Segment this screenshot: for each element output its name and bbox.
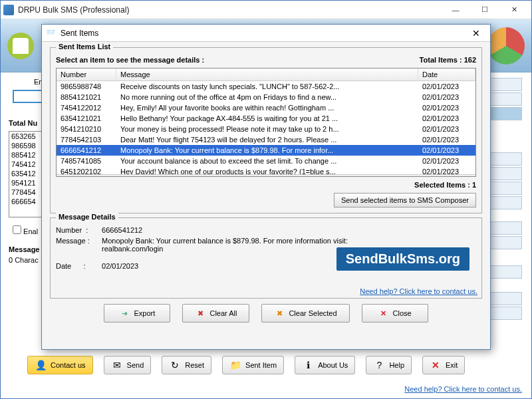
- date-label: Date :: [56, 262, 100, 270]
- cell-message: Hey David! Which one of our products is …: [116, 166, 418, 174]
- horizontal-scrollbar[interactable]: ◄►: [57, 174, 475, 177]
- table-row[interactable]: 6354121021Hello Bethany! Your package AX…: [57, 113, 475, 124]
- instruction-row: Select an item to see the message detail…: [56, 56, 476, 64]
- android-icon: [7, 33, 34, 59]
- selected-count: Selected Items : 1: [414, 181, 476, 189]
- dialog-button-row: ➜Export ✖Clear All ✖Clear Selected ✕Clos…: [50, 304, 482, 323]
- app-title: DRPU Bulk SMS (Professional): [18, 5, 441, 15]
- message-label: Message: [9, 245, 39, 253]
- close-window-button[interactable]: ✕: [499, 1, 529, 19]
- clear-all-label: Clear All: [209, 309, 237, 317]
- cell-message: Dear Matt! Your flight 754123 will be de…: [116, 134, 418, 145]
- clear-selected-label: Clear Selected: [289, 309, 336, 317]
- cell-message: Hey, Emily! All your favorite books are …: [116, 102, 418, 113]
- group-title: Sent Items List: [56, 43, 113, 51]
- close-icon: ✕: [378, 308, 389, 319]
- clear-all-button[interactable]: ✖Clear All: [182, 304, 249, 323]
- message-value: Monopoly Bank: Your current balance is $…: [102, 237, 354, 253]
- table-body[interactable]: 9865988748Receive discounts on tasty lun…: [57, 81, 475, 174]
- cell-number: 7784542103: [57, 134, 116, 145]
- table-row[interactable]: 9541210210Your money is being processed!…: [57, 124, 475, 134]
- main-titlebar: DRPU Bulk SMS (Professional) — ☐ ✕: [1, 1, 531, 19]
- cell-date: 02/01/2023: [418, 124, 475, 134]
- about-label: About Us: [318, 361, 348, 369]
- cell-date: 02/01/2023: [418, 166, 475, 174]
- header-date[interactable]: Date: [418, 68, 475, 80]
- cell-date: 02/01/2023: [418, 145, 475, 156]
- clear-selected-icon: ✖: [274, 308, 285, 319]
- cell-number: 6451202102: [57, 166, 116, 174]
- folder-icon: 📁: [229, 359, 241, 371]
- cell-number: 7454122012: [57, 102, 116, 113]
- cell-date: 02/01/2023: [418, 102, 475, 113]
- reset-button[interactable]: ↻Reset: [162, 356, 211, 374]
- close-label: Close: [393, 309, 412, 317]
- maximize-button[interactable]: ☐: [470, 1, 499, 19]
- total-items: Total Items : 162: [420, 56, 476, 64]
- cell-number: 7485741085: [57, 156, 116, 166]
- cell-message: Receive discounts on tasty lunch special…: [116, 81, 418, 92]
- contact-us-button[interactable]: 👤Contact us: [27, 356, 93, 374]
- dialog-titlebar: 📨 Sent Items ✕: [42, 25, 490, 42]
- minimize-button[interactable]: —: [441, 1, 470, 19]
- header-message[interactable]: Message: [116, 68, 418, 80]
- pie-chart-icon: [487, 27, 525, 65]
- sent-items-dialog: 📨 Sent Items ✕ Sent Items List Select an…: [41, 24, 491, 350]
- sent-item-button[interactable]: 📁Sent Item: [222, 356, 284, 374]
- app-icon: [3, 5, 14, 15]
- export-button[interactable]: ➜Export: [104, 304, 170, 323]
- number-label: Number :: [56, 226, 100, 234]
- dialog-body: Sent Items List Select an item to see th…: [42, 42, 490, 328]
- bottom-toolbar: 👤Contact us ✉Send ↻Reset 📁Sent Item ℹAbo…: [1, 352, 531, 378]
- sent-items-table[interactable]: Number Message Date 9865988748Receive di…: [56, 68, 476, 177]
- selection-row: Selected Items : 1: [56, 181, 476, 189]
- table-header: Number Message Date: [57, 68, 475, 81]
- char-count: 0 Charac: [9, 256, 39, 264]
- send-button[interactable]: ✉Send: [104, 356, 152, 374]
- clear-selected-button[interactable]: ✖Clear Selected: [261, 304, 349, 323]
- envelope-icon: ✉: [111, 359, 123, 371]
- cell-message: No more running out of the office at 4pm…: [116, 92, 418, 102]
- refresh-icon: ↻: [169, 359, 181, 371]
- detail-number-row: Number : 6666541212: [56, 226, 476, 234]
- table-row[interactable]: 9865988748Receive discounts on tasty lun…: [57, 81, 475, 92]
- table-row[interactable]: 8854121021No more running out of the off…: [57, 92, 475, 102]
- send-to-composer-button[interactable]: Send selected items to SMS Composer: [334, 193, 476, 207]
- about-us-button[interactable]: ℹAbout Us: [295, 356, 355, 374]
- details-help-link[interactable]: Need help? Click here to contact us.: [360, 287, 477, 295]
- compose-row: Send selected items to SMS Composer: [56, 193, 476, 207]
- exit-button[interactable]: ✕Exit: [422, 356, 465, 374]
- watermark: SendBulkSms.org: [336, 247, 469, 271]
- table-row[interactable]: 6451202102Hey David! Which one of our pr…: [57, 166, 475, 174]
- cell-date: 02/01/2023: [418, 134, 475, 145]
- close-button[interactable]: ✕Close: [362, 304, 428, 323]
- export-label: Export: [134, 309, 156, 317]
- dialog-icon: 📨: [46, 28, 57, 39]
- instruction-text: Select an item to see the message detail…: [56, 56, 204, 64]
- message-details-group: Message Details Number : 6666541212 Mess…: [50, 217, 482, 299]
- cell-date: 02/01/2023: [418, 113, 475, 124]
- header-number[interactable]: Number: [57, 68, 116, 80]
- message-label: Message :: [56, 237, 100, 245]
- table-row[interactable]: 7454122012Hey, Emily! All your favorite …: [57, 102, 475, 113]
- help-label: Help: [389, 361, 404, 369]
- reset-label: Reset: [185, 361, 204, 369]
- enable-checkbox[interactable]: Enal: [13, 225, 38, 235]
- help-button[interactable]: ?Help: [366, 356, 412, 374]
- cell-number: 8854121021: [57, 92, 116, 102]
- exit-label: Exit: [446, 361, 458, 369]
- exit-icon: ✕: [430, 359, 442, 371]
- number-value: 6666541212: [102, 226, 142, 234]
- help-link[interactable]: Need help? Click here to contact us.: [404, 385, 522, 393]
- sent-item-label: Sent Item: [245, 361, 277, 369]
- help-icon: ?: [373, 359, 385, 371]
- table-row[interactable]: 7784542103Dear Matt! Your flight 754123 …: [57, 134, 475, 145]
- table-row[interactable]: 6666541212Monopoly Bank: Your current ba…: [57, 145, 475, 156]
- cell-message: Monopoly Bank: Your current balance is $…: [116, 145, 418, 156]
- dialog-close-button[interactable]: ✕: [466, 28, 486, 39]
- enable-label: Enal: [23, 227, 38, 235]
- table-row[interactable]: 7485741085Your account balance is about …: [57, 156, 475, 166]
- export-icon: ➜: [120, 308, 130, 319]
- cell-date: 02/01/2023: [418, 81, 475, 92]
- cell-message: Hello Bethany! Your package AX-484-555 i…: [116, 113, 418, 124]
